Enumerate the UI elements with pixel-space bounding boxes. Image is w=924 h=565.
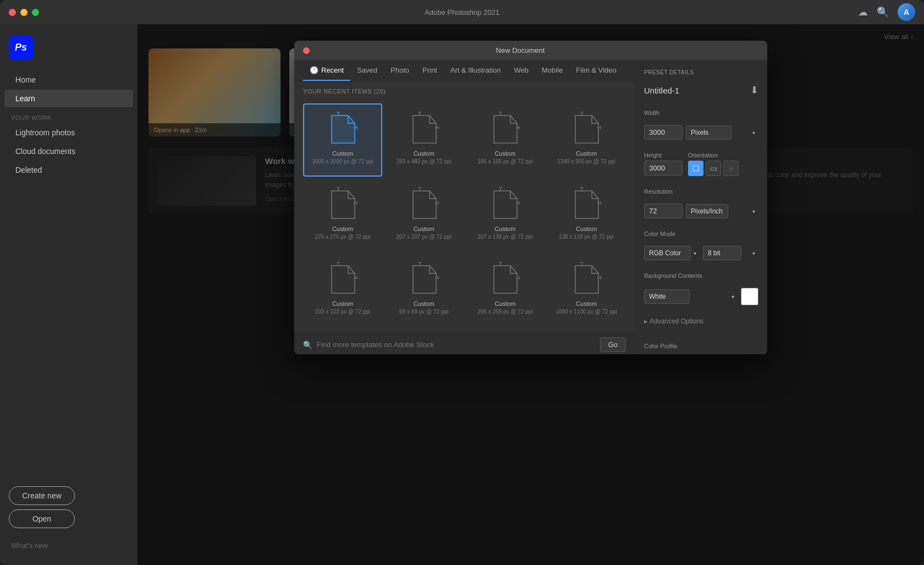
mac-window: Adobe Photoshop 2021 ☁ 🔍 A Ps Home Learn… xyxy=(0,0,924,565)
fullscreen-button[interactable] xyxy=(32,9,39,16)
width-unit-wrapper: Pixels Inches Centimeters xyxy=(686,125,758,140)
preset-icon-8 xyxy=(570,186,603,222)
preset-icon-9 xyxy=(326,261,359,297)
preset-icon-5 xyxy=(326,186,359,222)
preset-details-label: PRESET DETAILS xyxy=(644,69,758,75)
tab-print[interactable]: Print xyxy=(416,61,444,81)
preset-item-3[interactable]: Custom 166 x 166 px @ 72 ppi xyxy=(466,103,545,177)
bg-contents-select[interactable]: White Black Transparent xyxy=(644,289,690,304)
preset-icon-11 xyxy=(488,261,521,297)
cloud-icon[interactable]: ☁ xyxy=(858,6,868,18)
ps-logo: Ps xyxy=(9,35,33,59)
tab-saved[interactable]: Saved xyxy=(350,61,384,81)
width-unit-select[interactable]: Pixels Inches Centimeters xyxy=(686,125,732,140)
bg-color-swatch[interactable] xyxy=(741,288,758,305)
traffic-lights xyxy=(9,9,39,16)
resolution-unit-select[interactable]: Pixels/Inch Pixels/Cm xyxy=(686,204,728,218)
preset-icon-4 xyxy=(570,111,603,147)
preset-item-2[interactable]: Custom 269 x 480 px @ 72 ppi xyxy=(384,103,464,177)
modal-close-button[interactable] xyxy=(303,47,310,54)
sidebar-item-cloud[interactable]: Cloud documents xyxy=(4,142,133,160)
resolution-input[interactable] xyxy=(644,204,683,218)
artboard-button[interactable]: ⊞ xyxy=(723,161,739,176)
create-new-button[interactable]: Create new xyxy=(9,486,75,505)
bg-contents-row: White Black Transparent xyxy=(644,288,758,305)
tab-mobile[interactable]: Mobile xyxy=(535,61,569,81)
sidebar-item-home[interactable]: Home xyxy=(4,71,133,89)
preset-item-9[interactable]: Custom 103 x 103 px @ 72 ppi xyxy=(303,254,382,327)
height-group: Height xyxy=(644,152,683,175)
whats-new-link[interactable]: What's new xyxy=(0,537,138,554)
height-input[interactable] xyxy=(644,161,683,175)
modal-search-bar: 🔍 Go xyxy=(294,331,635,354)
preset-item-4[interactable]: Custom 1340 x 900 px @ 72 ppi xyxy=(547,103,626,177)
clock-icon: 🕐 xyxy=(310,66,318,74)
modal-right-panel: PRESET DETAILS ⬇ Width Pixels xyxy=(635,61,767,354)
tab-film[interactable]: Film & Video xyxy=(569,61,623,81)
preset-dims-9: 103 x 103 px @ 72 ppi xyxy=(315,308,370,315)
color-mode-wrapper: RGB Color CMYK Color Grayscale xyxy=(644,246,700,260)
main-content: View all › Opens in app · 21m Opens in a… xyxy=(138,24,924,565)
preset-name-4: Custom xyxy=(576,150,597,157)
preset-item-6[interactable]: Custom 207 x 207 px @ 72 ppi xyxy=(384,179,464,252)
resolution-row: Pixels/Inch Pixels/Cm xyxy=(644,204,758,218)
modal-body: 🕐 Recent Saved Photo Prin xyxy=(294,61,767,354)
save-preset-button[interactable]: ⬇ xyxy=(750,84,758,96)
height-orientation-row: Height Orientation ☐ ▭ ⊞ xyxy=(644,152,758,176)
preset-icon-3 xyxy=(488,111,521,147)
avatar[interactable]: A xyxy=(898,3,915,21)
open-button[interactable]: Open xyxy=(9,509,75,528)
bit-depth-select[interactable]: 8 bit 16 bit 32 bit xyxy=(703,246,741,260)
preset-dims-11: 256 x 256 px @ 72 ppi xyxy=(477,308,532,315)
orientation-label: Orientation xyxy=(688,152,758,158)
portrait-button[interactable]: ☐ xyxy=(688,161,703,176)
preset-name-10: Custom xyxy=(414,300,435,307)
color-mode-select[interactable]: RGB Color CMYK Color Grayscale xyxy=(644,246,691,260)
preset-dims-7: 207 x 138 px @ 72 ppi xyxy=(477,233,532,240)
preset-name-12: Custom xyxy=(576,300,597,307)
preset-item-8[interactable]: Custom 138 x 138 px @ 72 ppi xyxy=(547,179,626,252)
preset-icon-1 xyxy=(326,111,359,147)
app-body: Ps Home Learn YOUR WORK Lightroom photos… xyxy=(0,24,924,565)
resolution-label: Resolution xyxy=(644,188,758,195)
preset-name-5: Custom xyxy=(332,226,353,232)
close-button[interactable] xyxy=(9,9,16,16)
sidebar-item-lightroom[interactable]: Lightroom photos xyxy=(4,124,133,141)
sidebar-item-deleted[interactable]: Deleted xyxy=(4,161,133,179)
preset-item-5[interactable]: Custom 276 x 276 px @ 72 ppi xyxy=(303,179,382,252)
tab-photo[interactable]: Photo xyxy=(384,61,416,81)
sidebar-buttons: Create new Open xyxy=(0,478,138,537)
go-button[interactable]: Go xyxy=(600,337,626,352)
tab-art[interactable]: Art & Illustration xyxy=(444,61,508,81)
tab-recent[interactable]: 🕐 Recent xyxy=(303,61,350,81)
preset-name-3: Custom xyxy=(494,150,515,157)
preset-name-11: Custom xyxy=(494,300,515,307)
preset-name-9: Custom xyxy=(332,300,353,307)
landscape-button[interactable]: ▭ xyxy=(706,161,721,176)
tab-web[interactable]: Web xyxy=(508,61,536,81)
preset-name-1: Custom xyxy=(332,150,353,157)
preset-item-11[interactable]: Custom 256 x 256 px @ 72 ppi xyxy=(466,254,545,327)
bg-contents-label: Background Contents xyxy=(644,272,758,279)
preset-name-2: Custom xyxy=(414,150,435,157)
preset-item-7[interactable]: Custom 207 x 138 px @ 72 ppi xyxy=(466,179,545,252)
preset-dims-8: 138 x 138 px @ 72 ppi xyxy=(559,233,614,240)
preset-name-8: Custom xyxy=(576,226,597,232)
recent-header: YOUR RECENT ITEMS (20) xyxy=(294,81,635,99)
preset-dims-4: 1340 x 900 px @ 72 ppi xyxy=(557,158,615,165)
advanced-options-toggle[interactable]: ▸ Advanced Options xyxy=(644,317,758,325)
search-input[interactable] xyxy=(317,341,596,349)
preset-item-10[interactable]: Custom 69 x 69 px @ 72 ppi xyxy=(384,254,464,327)
preset-dims-3: 166 x 166 px @ 72 ppi xyxy=(477,158,532,165)
preset-dims-12: 1680 x 1100 px @ 72 ppi xyxy=(556,308,617,315)
width-input[interactable] xyxy=(644,125,683,140)
preset-item-1[interactable]: Custom 3000 x 3000 px @ 72 ppi xyxy=(303,103,382,177)
preset-name-field[interactable] xyxy=(644,86,750,95)
height-label: Height xyxy=(644,152,683,158)
sidebar-item-learn[interactable]: Learn xyxy=(4,90,133,107)
chevron-right-icon: ▸ xyxy=(644,317,647,325)
search-icon[interactable]: 🔍 xyxy=(877,6,889,18)
minimize-button[interactable] xyxy=(20,9,28,16)
new-document-modal: New Document 🕐 Recent xyxy=(294,41,767,354)
preset-item-12[interactable]: Custom 1680 x 1100 px @ 72 ppi xyxy=(547,254,626,327)
